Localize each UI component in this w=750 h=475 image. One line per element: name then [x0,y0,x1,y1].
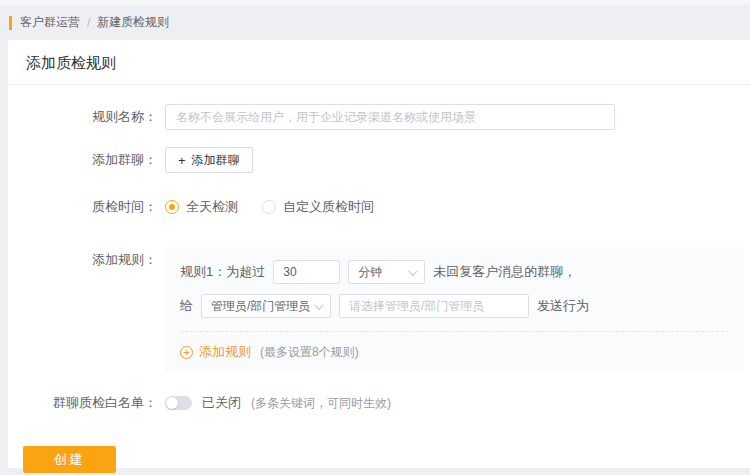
whitelist-toggle[interactable] [165,396,192,410]
rule-notify-prefix: 给 [180,297,193,315]
plus-circle-icon[interactable]: + [180,346,193,359]
radio-selected-icon[interactable] [165,200,179,214]
plus-icon: + [178,153,186,168]
main-panel: 添加质检规则 规则名称： 添加群聊： + 添加群聊 质检时间： [8,40,750,468]
threshold-input[interactable] [273,260,340,284]
add-group-chat-row: 添加群聊： + 添加群聊 [8,147,750,173]
inspection-time-row: 质检时间： 全天检测 自定义质检时间 [8,194,750,220]
create-button[interactable]: 创建 [23,446,116,473]
add-group-chat-button[interactable]: + 添加群聊 [165,147,253,173]
whitelist-label: 群聊质检白名单： [8,390,157,416]
rule-condition-line: 规则1：为超过 分钟 未回复客户消息的群聊， [180,260,729,284]
toggle-knob-icon [166,397,178,409]
rule-name-input[interactable] [165,104,615,130]
add-group-chat-label: 添加群聊： [8,147,157,173]
add-rule-link[interactable]: 添加规则 [199,343,251,361]
rules-divider [180,331,729,332]
recipient-picker-input[interactable] [339,294,529,318]
radio-option-custom-time[interactable]: 自定义质检时间 [262,198,374,216]
chevron-down-icon [314,300,324,310]
page-title: 添加质检规则 [8,40,750,85]
radio-option-label: 自定义质检时间 [283,198,374,216]
recipient-type-selected-value: 管理员/部门管理员 [211,298,310,315]
add-rules-label: 添加规则： [8,247,157,273]
radio-option-label: 全天检测 [186,198,238,216]
whitelist-note: (多条关键词，可同时生效) [251,395,391,412]
breadcrumb: 客户群运营 / 新建质检规则 [0,5,750,40]
rule-condition-prefix: 规则1：为超过 [180,263,265,281]
breadcrumb-accent-bar [9,16,12,30]
inspection-time-label: 质检时间： [8,194,157,220]
add-group-chat-button-label: 添加群聊 [192,152,240,169]
whitelist-row: 群聊质检白名单： 已关闭 (多条关键词，可同时生效) [8,390,750,416]
breadcrumb-section-link[interactable]: 客户群运营 [20,14,80,31]
radio-unselected-icon[interactable] [262,200,276,214]
breadcrumb-current-page: 新建质检规则 [97,14,169,31]
rule-condition-suffix: 未回复客户消息的群聊， [433,263,576,281]
chevron-down-icon [408,266,418,276]
add-rule-limit-note: (最多设置8个规则) [260,344,359,361]
breadcrumb-separator: / [87,16,90,30]
rule-name-label: 规则名称： [8,104,157,130]
add-rules-row: 添加规则： 规则1：为超过 分钟 未回复客户消息的群聊， 给 [8,247,750,372]
rules-panel: 规则1：为超过 分钟 未回复客户消息的群聊， 给 管理员/部门管理员 [165,247,744,372]
time-unit-select[interactable]: 分钟 [348,260,425,284]
radio-option-all-day[interactable]: 全天检测 [165,198,238,216]
rule-notify-line: 给 管理员/部门管理员 发送行为 [180,294,729,318]
time-unit-selected-value: 分钟 [358,264,382,281]
add-rule-line: + 添加规则 (最多设置8个规则) [180,343,729,361]
rule-form: 规则名称： 添加群聊： + 添加群聊 质检时间： 全天检测 [8,85,750,473]
recipient-type-select[interactable]: 管理员/部门管理员 [201,294,331,318]
whitelist-state-text: 已关闭 [202,394,241,412]
rule-name-row: 规则名称： [8,104,750,130]
rule-notify-suffix: 发送行为 [537,297,589,315]
